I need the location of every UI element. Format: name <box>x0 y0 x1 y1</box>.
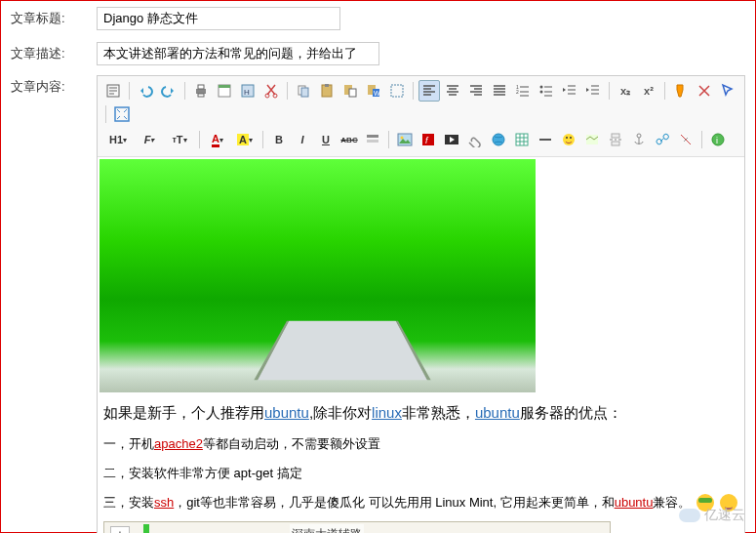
svg-rect-26 <box>367 140 378 143</box>
svg-rect-5 <box>219 85 230 88</box>
svg-rect-27 <box>398 134 412 145</box>
svg-rect-25 <box>367 135 378 138</box>
bold-icon[interactable]: B <box>268 129 290 150</box>
paste-text-icon[interactable] <box>339 80 361 102</box>
svg-rect-19 <box>391 85 403 97</box>
format-brush-icon[interactable] <box>670 80 692 102</box>
svg-point-32 <box>493 134 504 145</box>
htmlcode-icon[interactable]: H <box>237 80 259 102</box>
content-row: 文章内容: H W <box>1 71 755 533</box>
about-icon[interactable]: i <box>707 129 729 150</box>
print-icon[interactable] <box>190 80 212 102</box>
svg-rect-29 <box>422 134 434 145</box>
svg-text:2: 2 <box>516 89 519 95</box>
source-icon[interactable] <box>102 80 124 102</box>
pagebreak-icon[interactable] <box>605 129 626 150</box>
select-tool-icon[interactable] <box>717 80 738 102</box>
svg-point-23 <box>540 91 543 94</box>
ordered-list-icon[interactable]: 12 <box>512 80 534 102</box>
embedded-map[interactable]: + − 深南大道辅路 <box>103 521 611 533</box>
rich-editor: H W 12 <box>97 75 745 533</box>
svg-rect-37 <box>586 135 598 144</box>
removeformat-icon[interactable] <box>362 129 383 150</box>
map-road-label: 深南大道辅路 <box>290 524 364 533</box>
svg-rect-1 <box>196 89 206 94</box>
subscript-icon[interactable]: x₂ <box>615 80 636 102</box>
template-icon[interactable] <box>214 80 235 102</box>
title-input[interactable] <box>97 7 340 30</box>
cloud-icon <box>679 509 700 522</box>
superscript-icon[interactable]: x² <box>638 80 659 102</box>
svg-point-36 <box>570 137 572 139</box>
link-icon[interactable] <box>652 129 673 150</box>
heading-select[interactable]: H1▾ <box>102 129 134 150</box>
link-ubuntu-3[interactable]: ubuntu <box>615 495 654 510</box>
align-right-icon[interactable] <box>465 80 487 102</box>
fullscreen-icon[interactable] <box>111 103 133 125</box>
emoji-icon[interactable] <box>558 129 579 150</box>
fontcolor-icon[interactable]: A▾ <box>205 129 230 150</box>
align-justify-icon[interactable] <box>489 80 510 102</box>
title-label: 文章标题: <box>11 7 97 27</box>
paragraph-1: 如果是新手，个人推荐用ubuntu,除非你对linux非常熟悉，ubuntu服务… <box>103 400 738 426</box>
undo-icon[interactable] <box>135 80 156 102</box>
unordered-list-icon[interactable] <box>536 80 557 102</box>
svg-rect-15 <box>349 89 356 97</box>
content-label: 文章内容: <box>11 75 97 96</box>
paste-icon[interactable] <box>316 80 338 102</box>
svg-rect-11 <box>301 88 308 97</box>
link-linux[interactable]: linux <box>372 404 402 421</box>
cut-icon[interactable] <box>260 80 282 102</box>
paste-word-icon[interactable]: W <box>363 80 384 102</box>
fontfamily-select[interactable]: F▾ <box>136 129 163 150</box>
table-icon[interactable] <box>511 129 533 150</box>
editor-toolbar: H W 12 <box>98 76 744 157</box>
svg-text:i: i <box>716 136 718 145</box>
unlink-icon[interactable] <box>675 129 696 150</box>
paragraph-4: 三，安装ssh，git等也非常容易，几乎是傻瓜化 可以先用用 Linux Min… <box>103 492 738 513</box>
align-center-icon[interactable] <box>442 80 463 102</box>
svg-point-43 <box>712 134 724 145</box>
svg-rect-41 <box>656 138 662 144</box>
map-zoom-in[interactable]: + <box>111 527 129 533</box>
outdent-icon[interactable] <box>559 80 580 102</box>
indent-icon[interactable] <box>582 80 604 102</box>
svg-point-34 <box>563 134 575 145</box>
video-icon[interactable] <box>441 129 462 150</box>
align-left-icon[interactable] <box>418 80 440 102</box>
strike-icon[interactable]: ABC <box>338 129 360 150</box>
paragraph-2: 一，开机apache2等都自动启动，不需要额外设置 <box>103 433 738 455</box>
select-all-icon[interactable] <box>386 80 408 102</box>
editor-content-area[interactable]: 如果是新手，个人推荐用ubuntu,除非你对linux非常熟悉，ubuntu服务… <box>98 157 744 533</box>
clear-format-icon[interactable] <box>694 80 715 102</box>
map-road-line-2 <box>143 524 149 533</box>
flash-icon[interactable]: f <box>418 129 439 150</box>
fontsize-select[interactable]: тT▾ <box>165 129 194 150</box>
svg-rect-38 <box>612 134 619 138</box>
svg-rect-3 <box>198 94 204 97</box>
attach-icon[interactable] <box>464 129 486 150</box>
italic-icon[interactable]: I <box>292 129 313 150</box>
bgcolor-icon[interactable]: A▾ <box>232 129 258 150</box>
title-row: 文章标题: <box>1 1 755 36</box>
desc-input[interactable] <box>97 42 379 65</box>
paragraph-3: 二，安装软件非常方便 apt-get 搞定 <box>103 463 738 484</box>
svg-point-22 <box>540 86 543 89</box>
copy-icon[interactable] <box>293 80 314 102</box>
link-apache2[interactable]: apache2 <box>154 436 203 451</box>
desc-row: 文章描述: <box>1 36 755 71</box>
svg-rect-13 <box>325 84 329 87</box>
redo-icon[interactable] <box>158 80 179 102</box>
link-ubuntu-2[interactable]: ubuntu <box>475 404 520 421</box>
hr-icon[interactable] <box>535 129 556 150</box>
underline-icon[interactable]: U <box>315 129 337 150</box>
svg-point-40 <box>637 134 641 138</box>
globe-icon[interactable] <box>488 129 509 150</box>
image-icon[interactable] <box>394 129 416 150</box>
map-zoom-control[interactable]: + − <box>110 526 130 533</box>
map-icon[interactable] <box>581 129 603 150</box>
anchor-icon[interactable] <box>628 129 650 150</box>
bamboo-image <box>99 159 536 392</box>
link-ubuntu-1[interactable]: ubuntu <box>264 404 309 421</box>
link-ssh[interactable]: ssh <box>154 495 174 510</box>
